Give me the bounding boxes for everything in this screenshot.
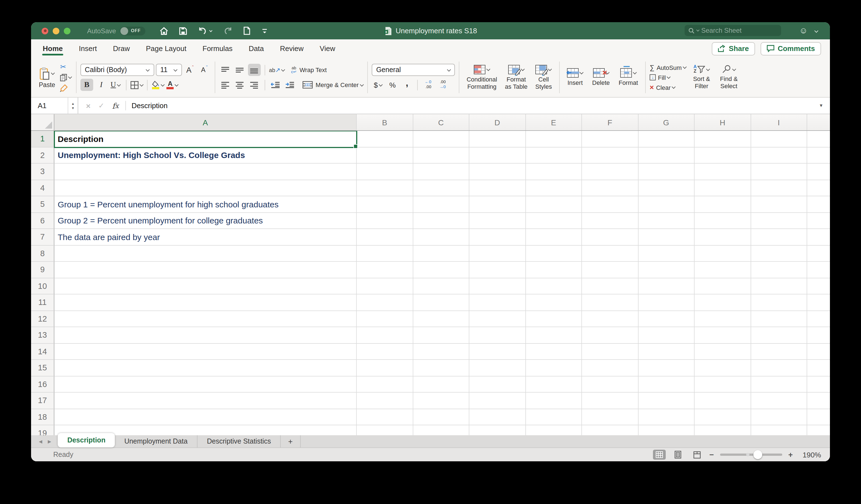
tab-view[interactable]: View xyxy=(319,41,336,57)
cell-E19[interactable] xyxy=(525,425,582,435)
cell-H2[interactable] xyxy=(695,147,751,164)
cell-C5[interactable] xyxy=(413,196,469,213)
cell-J9[interactable] xyxy=(807,262,830,278)
sort-filter-button[interactable]: AZ Sort &Filter xyxy=(690,65,713,90)
comma-style-button[interactable]: , xyxy=(400,79,413,91)
cell-H7[interactable] xyxy=(695,229,751,246)
percent-button[interactable]: % xyxy=(386,79,399,91)
cell-G5[interactable] xyxy=(638,196,695,213)
cell-D8[interactable] xyxy=(469,246,525,262)
cell-E8[interactable] xyxy=(525,246,582,262)
customize-toolbar-icon[interactable] xyxy=(261,27,268,34)
cell-D13[interactable] xyxy=(469,327,525,344)
cell-A12[interactable] xyxy=(54,311,357,327)
tab-home[interactable]: Home xyxy=(42,41,63,57)
cell-D14[interactable] xyxy=(469,344,525,360)
row-header-11[interactable]: 11 xyxy=(31,294,54,311)
cell-C4[interactable] xyxy=(413,180,469,196)
cell-D3[interactable] xyxy=(469,164,525,180)
format-painter-icon[interactable] xyxy=(60,84,72,92)
align-left-button[interactable] xyxy=(219,79,232,91)
cell-B13[interactable] xyxy=(357,327,413,344)
cell-A10[interactable] xyxy=(54,278,357,294)
cell-D2[interactable] xyxy=(469,147,525,164)
column-header-D[interactable]: D xyxy=(469,114,525,130)
cell-D16[interactable] xyxy=(469,376,525,393)
row-header-10[interactable]: 10 xyxy=(31,278,54,294)
cell-A7[interactable]: The data are paired by year xyxy=(54,229,357,246)
cell-F6[interactable] xyxy=(582,213,638,229)
cell-F10[interactable] xyxy=(582,278,638,294)
currency-button[interactable]: $ xyxy=(372,79,384,91)
cell-C6[interactable] xyxy=(413,213,469,229)
cell-A13[interactable] xyxy=(54,327,357,344)
cell-B9[interactable] xyxy=(357,262,413,278)
cell-I13[interactable] xyxy=(751,327,807,344)
sheet-nav-right-icon[interactable]: ▶ xyxy=(48,439,51,444)
cell-C13[interactable] xyxy=(413,327,469,344)
font-color-button[interactable]: A xyxy=(166,79,179,91)
cell-E4[interactable] xyxy=(525,180,582,196)
row-header-3[interactable]: 3 xyxy=(31,164,54,180)
cell-C8[interactable] xyxy=(413,246,469,262)
cell-I8[interactable] xyxy=(751,246,807,262)
cell-I4[interactable] xyxy=(751,180,807,196)
cell-H6[interactable] xyxy=(695,213,751,229)
fullscreen-button[interactable] xyxy=(64,27,70,34)
cell-A6[interactable]: Group 2 = Percent unemployment for colle… xyxy=(54,213,357,229)
cell-B12[interactable] xyxy=(357,311,413,327)
cell-I10[interactable] xyxy=(751,278,807,294)
cell-F8[interactable] xyxy=(582,246,638,262)
fill-chevron-icon[interactable] xyxy=(667,75,670,79)
cell-J15[interactable] xyxy=(807,360,830,376)
cell-B15[interactable] xyxy=(357,360,413,376)
italic-button[interactable]: I xyxy=(95,79,108,91)
cell-C15[interactable] xyxy=(413,360,469,376)
row-header-14[interactable]: 14 xyxy=(31,344,54,360)
cell-G12[interactable] xyxy=(638,311,695,327)
cell-H12[interactable] xyxy=(695,311,751,327)
align-bottom-button[interactable] xyxy=(248,64,261,76)
increase-decimal-button[interactable]: ←0.00 xyxy=(422,79,434,91)
format-cells-button[interactable]: Format xyxy=(615,68,641,86)
cell-J10[interactable] xyxy=(807,278,830,294)
sort-filter-chevron-icon[interactable] xyxy=(706,67,710,71)
cut-icon[interactable]: ✂ xyxy=(60,62,72,71)
cell-E7[interactable] xyxy=(525,229,582,246)
cell-J11[interactable] xyxy=(807,294,830,311)
cell-F2[interactable] xyxy=(582,147,638,164)
cell-G10[interactable] xyxy=(638,278,695,294)
cell-I1[interactable] xyxy=(751,131,807,147)
cell-B2[interactable] xyxy=(357,147,413,164)
row-header-9[interactable]: 9 xyxy=(31,262,54,278)
cell-D6[interactable] xyxy=(469,213,525,229)
row-header-12[interactable]: 12 xyxy=(31,311,54,327)
row-header-2[interactable]: 2 xyxy=(31,147,54,164)
cell-C9[interactable] xyxy=(413,262,469,278)
cell-E15[interactable] xyxy=(525,360,582,376)
tab-review[interactable]: Review xyxy=(279,41,304,57)
cell-H8[interactable] xyxy=(695,246,751,262)
cell-H13[interactable] xyxy=(695,327,751,344)
column-header-I[interactable]: I xyxy=(751,114,807,130)
cell-B16[interactable] xyxy=(357,376,413,393)
cell-C11[interactable] xyxy=(413,294,469,311)
column-header-C[interactable]: C xyxy=(413,114,469,130)
sheet-tab-description[interactable]: Description xyxy=(58,433,115,447)
zoom-slider-thumb[interactable] xyxy=(754,450,763,459)
cell-I2[interactable] xyxy=(751,147,807,164)
cell-G19[interactable] xyxy=(638,425,695,435)
sheet-tab-unemployment-data[interactable]: Unemployment Data xyxy=(115,435,197,447)
paste-button[interactable]: Paste xyxy=(37,67,57,88)
cell-E9[interactable] xyxy=(525,262,582,278)
cell-E2[interactable] xyxy=(525,147,582,164)
cell-F14[interactable] xyxy=(582,344,638,360)
cell-A5[interactable]: Group 1 = Percent unemployment for high … xyxy=(54,196,357,213)
sheet-nav-left-icon[interactable]: ◀ xyxy=(39,439,42,444)
cell-A14[interactable] xyxy=(54,344,357,360)
cell-F1[interactable] xyxy=(582,131,638,147)
cell-D11[interactable] xyxy=(469,294,525,311)
cell-I9[interactable] xyxy=(751,262,807,278)
clear-chevron-icon[interactable] xyxy=(672,85,675,89)
cell-J7[interactable] xyxy=(807,229,830,246)
